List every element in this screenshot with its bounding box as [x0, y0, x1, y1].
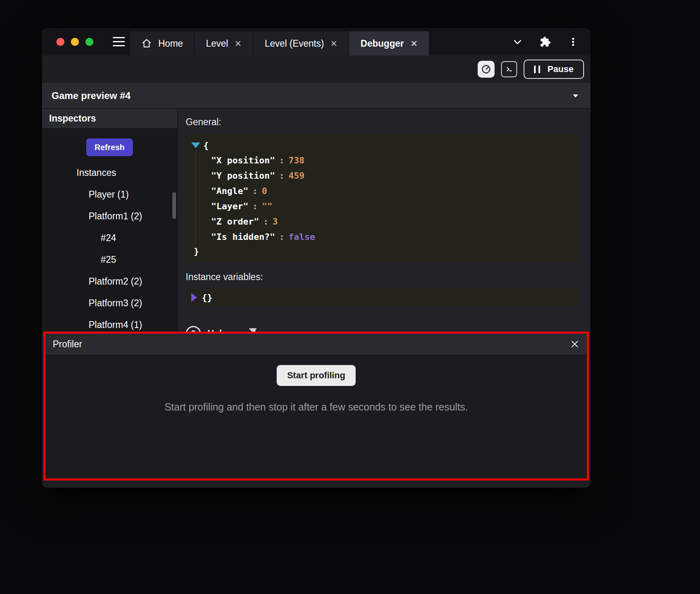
game-preview-title: Game preview #4 [52, 90, 130, 101]
tree-item-instance-24[interactable]: #24 [42, 227, 177, 249]
tab-debugger[interactable]: Debugger [349, 31, 429, 56]
help-row: ? Help [186, 326, 578, 332]
json-line-is-hidden: "Is hidden?":false [211, 229, 572, 244]
tab-label: Home [158, 38, 183, 49]
inspectors-sidebar: Inspectors Refresh Instances Player (1) … [42, 109, 178, 332]
tab-label: Level [206, 38, 228, 49]
gauge-button[interactable] [478, 61, 495, 78]
expand-triangle-icon[interactable] [191, 293, 197, 302]
tab-bar: Home Level Level (Events) Debugger [130, 31, 429, 56]
pause-button-label: Pause [547, 64, 574, 74]
app-window: Home Level Level (Events) Debugger [42, 28, 590, 488]
general-label: General: [186, 117, 578, 128]
json-close-brace: } [194, 246, 199, 256]
tab-level[interactable]: Level [195, 31, 253, 56]
json-line-angle: "Angle":0 [211, 183, 572, 198]
console-button[interactable] [501, 61, 517, 77]
titlebar-right-controls [512, 28, 578, 56]
close-icon[interactable] [234, 40, 242, 47]
profiler-body: Start profiling Start profiling and then… [46, 355, 587, 479]
variables-value: {} [202, 293, 213, 303]
tab-label: Level (Events) [265, 38, 324, 49]
general-json-viewer: { "X position":738 "Y position":459 "Ang… [186, 133, 578, 262]
profiler-panel: Profiler Start profiling Start profiling… [43, 332, 589, 481]
chevron-down-icon[interactable] [512, 37, 523, 47]
json-line-y-position: "Y position":459 [211, 168, 572, 183]
tree-item-platform4[interactable]: Platform4 (1) [42, 314, 177, 332]
main-menu-icon[interactable] [113, 37, 125, 46]
json-open-brace: { [203, 140, 209, 151]
help-icon[interactable]: ? [186, 326, 201, 332]
inspectors-header-label: Inspectors [49, 113, 96, 124]
close-icon[interactable] [410, 40, 418, 47]
debugger-main: Inspectors Refresh Instances Player (1) … [42, 109, 590, 332]
sidebar-scrollbar[interactable] [172, 192, 176, 219]
inspector-content: General: { "X position":738 "Y position"… [178, 109, 590, 332]
json-line-z-order: "Z order":3 [211, 214, 572, 229]
collapse-triangle-icon[interactable] [191, 142, 200, 148]
pause-icon [534, 66, 540, 73]
inspectors-header: Inspectors [42, 109, 177, 129]
tree-item-platform1[interactable]: Platform1 (2) [42, 205, 177, 227]
home-icon [141, 38, 152, 49]
more-options-kebab-icon[interactable] [568, 37, 578, 47]
json-line-layer: "Layer":"" [211, 198, 572, 214]
refresh-button[interactable]: Refresh [86, 138, 133, 156]
start-profiling-button[interactable]: Start profiling [277, 365, 356, 386]
tree-item-platform2[interactable]: Platform2 (2) [42, 270, 177, 292]
debugger-toolbar: Pause [42, 56, 590, 83]
profiler-close-icon[interactable] [570, 339, 580, 349]
profiler-hint-text: Start profiling and then stop it after a… [164, 401, 468, 413]
titlebar: Home Level Level (Events) Debugger [42, 28, 590, 56]
tree-item-player[interactable]: Player (1) [42, 184, 177, 205]
pause-button[interactable]: Pause [524, 60, 584, 79]
window-controls [56, 28, 93, 56]
tree-item-instances[interactable]: Instances [42, 162, 177, 184]
minimize-window-button[interactable] [71, 38, 79, 46]
help-label: Help [207, 328, 228, 332]
tab-label: Debugger [360, 38, 404, 49]
instance-variables-viewer: {} [186, 288, 578, 307]
zoom-window-button[interactable] [85, 38, 93, 46]
instances-tree: Instances Player (1) Platform1 (2) #24 #… [42, 162, 177, 332]
game-preview-header[interactable]: Game preview #4 [42, 83, 590, 109]
instance-variables-label: Instance variables: [186, 272, 578, 283]
inspectors-list: Refresh Instances Player (1) Platform1 (… [42, 129, 177, 332]
close-window-button[interactable] [56, 38, 64, 46]
profiler-header: Profiler [46, 334, 587, 355]
tree-item-platform3[interactable]: Platform3 (2) [42, 292, 177, 314]
extensions-puzzle-icon[interactable] [540, 36, 551, 47]
pin-disabled-icon[interactable] [247, 327, 260, 332]
tab-level-events[interactable]: Level (Events) [253, 31, 349, 56]
json-line-x-position: "X position":738 [211, 153, 572, 168]
profiler-title: Profiler [53, 339, 82, 350]
close-icon[interactable] [330, 40, 338, 47]
tab-home[interactable]: Home [130, 31, 195, 56]
preview-chevron-down-icon[interactable] [570, 91, 581, 101]
tree-item-instance-25[interactable]: #25 [42, 249, 177, 270]
